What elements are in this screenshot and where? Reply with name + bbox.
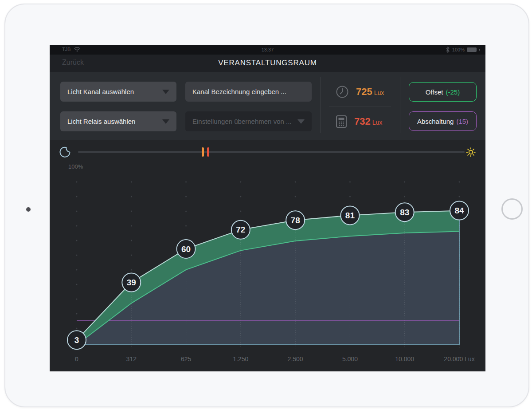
grid-dot — [76, 211, 78, 212]
grid-dot — [459, 196, 460, 197]
x-tick-label: 0 — [75, 355, 78, 363]
calculated-lux-row: 732Lux — [336, 114, 382, 129]
offset-button-label: Offset — [426, 88, 443, 96]
page-title: VERANSTALTUNGSRAUM — [50, 59, 485, 67]
slider-handle-2[interactable] — [207, 147, 209, 157]
light-channel-select-label: Licht Kanal auswählen — [67, 88, 134, 95]
x-tick-label: 10.000 — [395, 355, 414, 363]
x-tick-label: 625 — [181, 355, 192, 363]
copy-settings-select-label: Einstellungen übernehmen von ... — [192, 118, 291, 125]
page-background: TJB 13:37 100% Zurück VERANSTA — [0, 0, 532, 410]
grid-dot — [459, 181, 460, 183]
grid-dot — [185, 211, 187, 212]
app-screen: TJB 13:37 100% Zurück VERANSTA — [50, 45, 485, 371]
x-tick-label: 5.000 — [342, 355, 358, 363]
grid-dot — [131, 196, 132, 197]
moon-icon — [59, 146, 71, 158]
x-tick-label: 312 — [126, 355, 137, 363]
grid-dot — [185, 181, 187, 183]
slider-handle-1[interactable] — [202, 147, 204, 157]
bluetooth-icon — [446, 47, 450, 53]
calculated-lux-value: 732 — [354, 116, 371, 127]
chart-point-value: 84 — [454, 206, 464, 215]
control-panel: Licht Kanal auswählen Licht Relais auswä… — [50, 72, 485, 140]
grid-dot — [131, 181, 132, 183]
grid-dot — [185, 196, 187, 197]
chart-point-value: 83 — [400, 208, 409, 217]
grid-dot — [131, 269, 132, 271]
brightness-slider-track[interactable] — [78, 151, 465, 153]
tablet-frame: TJB 13:37 100% Zurück VERANSTA — [4, 4, 529, 407]
grid-dot — [295, 196, 296, 197]
offset-button[interactable]: Offset (-25) — [409, 82, 477, 102]
offset-button-value: (-25) — [446, 88, 460, 96]
clock-icon — [336, 85, 349, 99]
x-tick-label: 2.500 — [288, 355, 303, 363]
chart-point-value: 72 — [236, 225, 245, 234]
chart-point-value: 81 — [345, 211, 355, 220]
light-relay-select-label: Licht Relais auswählen — [67, 118, 135, 125]
light-channel-select[interactable]: Licht Kanal auswählen — [60, 82, 176, 102]
chart-point-value: 60 — [181, 244, 191, 254]
grid-dot — [76, 299, 78, 300]
sun-icon — [466, 147, 476, 158]
battery-tip — [479, 49, 480, 51]
shutoff-button-value: (15) — [456, 118, 468, 125]
dim-curve-chart: 303931260625721.250782.500815.0008310.00… — [50, 162, 485, 371]
grid-dot — [131, 255, 132, 256]
grid-dot — [76, 181, 78, 183]
shutoff-button-label: Abschaltung — [417, 118, 454, 125]
grid-dot — [131, 211, 132, 212]
grid-dot — [349, 196, 351, 197]
grid-dot — [76, 225, 78, 227]
shutoff-button[interactable]: Abschaltung (15) — [409, 111, 477, 131]
grid-dot — [76, 255, 78, 256]
camera-dot — [26, 207, 31, 212]
x-tick-label: 1.250 — [233, 355, 248, 363]
grid-dot — [76, 313, 78, 315]
grid-dot — [76, 284, 78, 285]
copy-settings-select[interactable]: Einstellungen übernehmen von ... — [185, 111, 312, 131]
chart-point-value: 3 — [74, 335, 79, 345]
chevron-down-icon — [162, 90, 169, 94]
nav-bar: Zurück VERANSTALTUNGSRAUM — [50, 55, 485, 72]
status-bar: TJB 13:37 100% — [50, 45, 485, 55]
grid-dot — [349, 181, 351, 183]
divider — [400, 77, 400, 133]
calculated-lux-unit: Lux — [372, 119, 383, 126]
grid-dot — [404, 181, 405, 183]
measured-lux-value-group: 725Lux — [356, 86, 384, 98]
calculator-icon — [336, 115, 347, 128]
grid-dot — [76, 269, 78, 271]
measured-lux-row: 725Lux — [336, 84, 384, 99]
grid-dot — [404, 196, 405, 197]
grid-dot — [76, 328, 78, 329]
grid-dot — [76, 240, 78, 241]
grid-dot — [240, 181, 241, 183]
home-button[interactable] — [501, 198, 523, 220]
chart-point-value: 78 — [291, 216, 300, 225]
grid-dot — [76, 196, 78, 197]
calculated-lux-value-group: 732Lux — [354, 116, 382, 127]
x-tick-label: 20.000 Lux — [444, 355, 474, 363]
grid-dot — [295, 181, 296, 183]
battery-icon — [467, 47, 477, 52]
divider — [320, 77, 321, 133]
grid-dot — [185, 225, 187, 227]
chevron-down-icon — [297, 119, 305, 124]
channel-name-input[interactable] — [185, 82, 312, 102]
grid-dot — [131, 225, 132, 227]
grid-dot — [240, 196, 241, 197]
light-relay-select[interactable]: Licht Relais auswählen — [60, 111, 176, 131]
measured-lux-value: 725 — [356, 86, 372, 97]
battery-percent-label: 100% — [452, 47, 465, 52]
grid-dot — [131, 240, 132, 241]
chevron-down-icon — [162, 119, 169, 124]
chart-point-value: 39 — [127, 278, 136, 287]
measured-lux-unit: Lux — [374, 89, 384, 96]
grid-dot — [240, 211, 241, 212]
divider — [329, 106, 391, 107]
clock-time: 13:37 — [50, 47, 485, 52]
